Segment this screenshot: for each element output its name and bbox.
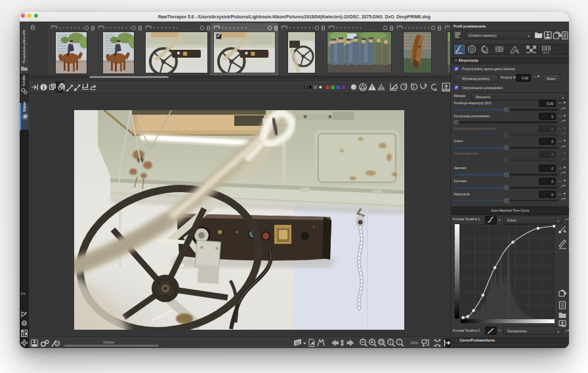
svg-text:(: ( (399, 340, 400, 344)
svg-text:?: ? (23, 321, 26, 326)
svg-text:90: 90 (413, 87, 415, 89)
svg-text:18%: 18% (410, 341, 419, 345)
svg-text:90: 90 (404, 87, 407, 89)
svg-text:META: META (543, 52, 549, 54)
svg-text:1: 1 (390, 340, 392, 344)
